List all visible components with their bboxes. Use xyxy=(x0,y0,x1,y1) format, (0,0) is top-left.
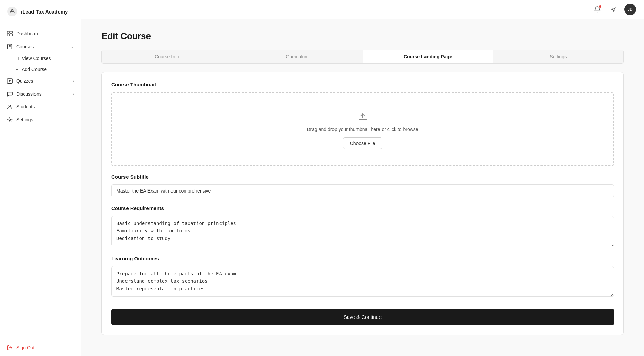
outcomes-label: Learning Outcomes xyxy=(111,256,614,261)
main-content: JD Edit Course Course Info Curriculum Co… xyxy=(81,0,644,356)
outcomes-section: Learning Outcomes Prepare for all three … xyxy=(111,256,614,298)
page-title: Edit Course xyxy=(101,31,624,42)
sidebar-item-courses[interactable]: Courses ⌄ xyxy=(0,40,81,53)
view-courses-label: View Courses xyxy=(22,56,51,61)
discussions-chevron: › xyxy=(73,92,74,96)
sidebar-nav: Dashboard Courses ⌄ □ View Courses + Add… xyxy=(0,23,81,339)
choose-file-button[interactable]: Choose File xyxy=(343,137,383,149)
book-icon xyxy=(7,44,13,50)
outcomes-textarea[interactable]: Prepare for all three parts of the EA ex… xyxy=(111,266,614,297)
save-continue-button[interactable]: Save & Continue xyxy=(111,309,614,325)
sidebar-item-view-courses[interactable]: □ View Courses xyxy=(0,53,81,64)
thumbnail-section: Course Thumbnail Drag and drop your thum… xyxy=(111,82,614,166)
sidebar-item-dashboard[interactable]: Dashboard xyxy=(0,27,81,40)
chat-icon xyxy=(7,91,13,97)
quizzes-label: Quizzes xyxy=(16,78,33,84)
content-area: Edit Course Course Info Curriculum Cours… xyxy=(81,19,644,356)
thumbnail-upload-area[interactable]: Drag and drop your thumbnail here or cli… xyxy=(111,92,614,166)
svg-point-8 xyxy=(9,119,10,120)
subtitle-input[interactable] xyxy=(111,184,614,197)
tab-curriculum[interactable]: Curriculum xyxy=(232,50,363,63)
quiz-icon xyxy=(7,78,13,84)
students-icon xyxy=(7,104,13,110)
svg-rect-6 xyxy=(7,79,12,83)
dashboard-label: Dashboard xyxy=(16,31,40,36)
edit-course-card: Course Thumbnail Drag and drop your thum… xyxy=(101,72,624,335)
app-name: iLead Tax Academy xyxy=(21,9,68,15)
notification-dot xyxy=(599,5,601,8)
tab-settings[interactable]: Settings xyxy=(493,50,623,63)
courses-label: Courses xyxy=(16,44,34,49)
settings-label: Settings xyxy=(16,117,33,122)
svg-rect-3 xyxy=(7,34,9,36)
logo-icon xyxy=(7,6,18,17)
add-course-label: Add Course xyxy=(22,67,47,72)
svg-point-7 xyxy=(9,105,10,107)
sun-icon xyxy=(610,6,617,13)
book-sub-icon: □ xyxy=(16,56,18,61)
sidebar-logo: iLead Tax Academy xyxy=(0,0,81,23)
sign-out-button[interactable]: Sign Out xyxy=(0,339,81,356)
students-label: Students xyxy=(16,104,35,109)
upload-icon xyxy=(356,109,369,123)
quizzes-chevron: › xyxy=(73,79,74,83)
thumbnail-label: Course Thumbnail xyxy=(111,82,614,87)
theme-toggle-button[interactable] xyxy=(608,4,619,15)
courses-chevron: ⌄ xyxy=(71,44,74,49)
sidebar-item-add-course[interactable]: + Add Course xyxy=(0,64,81,75)
plus-icon: + xyxy=(16,67,18,72)
tab-course-landing-page[interactable]: Course Landing Page xyxy=(363,50,493,63)
requirements-section: Course Requirements Basic understanding … xyxy=(111,205,614,248)
upload-text: Drag and drop your thumbnail here or cli… xyxy=(307,127,418,132)
notification-button[interactable] xyxy=(592,4,603,15)
discussions-label: Discussions xyxy=(16,91,42,97)
sign-out-icon xyxy=(7,345,13,351)
svg-rect-4 xyxy=(10,34,12,36)
grid-icon xyxy=(7,31,13,37)
subtitle-label: Course Subtitle xyxy=(111,174,614,180)
user-avatar[interactable]: JD xyxy=(624,4,636,15)
sign-out-label: Sign Out xyxy=(16,345,34,350)
settings-icon xyxy=(7,117,13,123)
svg-rect-2 xyxy=(10,31,12,33)
topbar: JD xyxy=(81,0,644,19)
requirements-textarea[interactable]: Basic understanding of taxation principl… xyxy=(111,216,614,246)
sidebar: iLead Tax Academy Dashboard Courses ⌄ □ xyxy=(0,0,81,356)
sidebar-item-discussions[interactable]: Discussions › xyxy=(0,87,81,100)
sidebar-item-settings[interactable]: Settings xyxy=(0,113,81,126)
sidebar-item-quizzes[interactable]: Quizzes › xyxy=(0,75,81,87)
svg-point-9 xyxy=(613,8,615,10)
svg-rect-1 xyxy=(7,31,9,33)
tabs-bar: Course Info Curriculum Course Landing Pa… xyxy=(101,50,624,64)
topbar-icons: JD xyxy=(592,4,636,15)
subtitle-section: Course Subtitle xyxy=(111,174,614,197)
requirements-label: Course Requirements xyxy=(111,205,614,211)
tab-course-info[interactable]: Course Info xyxy=(102,50,232,63)
sidebar-item-students[interactable]: Students xyxy=(0,100,81,113)
